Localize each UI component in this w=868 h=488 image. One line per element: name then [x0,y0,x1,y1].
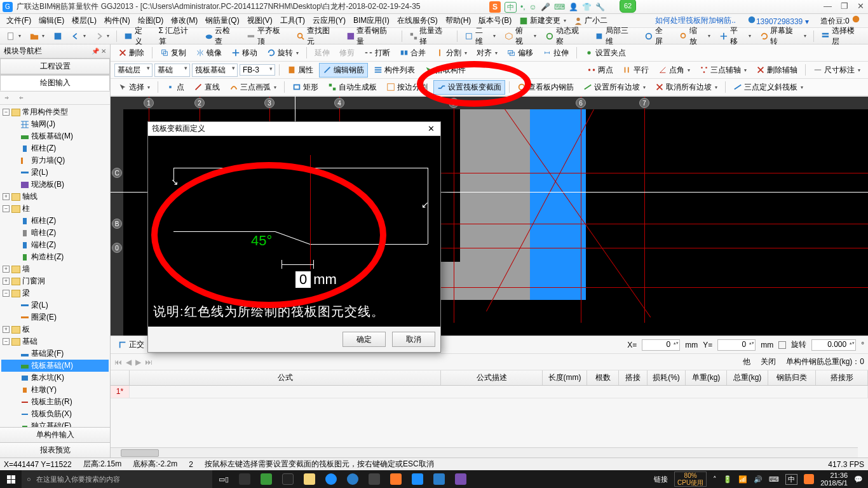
other-label[interactable]: 他 [743,356,750,367]
aux3pt-button[interactable]: 三点辅轴▾ [696,63,750,78]
select-button[interactable]: 选择▾ [114,80,154,95]
ime-user-icon[interactable]: 👤 [569,3,578,11]
notification-icon[interactable]: 💬 [854,475,863,484]
setalledge-button[interactable]: 设置所有边坡▾ [580,80,649,95]
mm-input[interactable]: 0 mm [295,271,337,288]
tab-report[interactable]: 报表预览 [0,442,110,458]
last-icon[interactable]: ⏭ [145,358,153,367]
menu-edit[interactable]: 编辑(E) [35,14,68,27]
ie-icon[interactable] [347,473,358,485]
break-button[interactable]: 打断 [360,46,394,60]
tree-common[interactable]: 常用构件类型 [22,107,68,118]
search-box[interactable]: ○ 在这里输入你要搜索的内容 [22,470,212,488]
tree-col[interactable]: 框柱(Z) [31,143,56,154]
ime-wrench-icon[interactable]: 🔧 [595,3,605,11]
setsection-button[interactable]: 设置筏板变截面 [433,80,505,95]
open-file-icon[interactable]: ▾ [26,30,48,43]
rotate-input[interactable]: 0.000 [811,339,856,351]
parallel-button[interactable]: 平行 [619,63,653,78]
ime-lang[interactable]: 中 [505,2,517,13]
save-icon[interactable] [50,30,66,43]
sogou-tray-icon[interactable] [804,474,814,484]
cancel-button[interactable]: 取消 [392,332,435,347]
tree-slab[interactable]: 现浇板(B) [31,179,64,190]
tab-single-input[interactable]: 单构件输入 [0,427,110,442]
tb-app3-icon[interactable] [282,473,294,485]
setgrip-button[interactable]: 设置夹点 [581,46,630,60]
close-label[interactable]: 关闭 [761,356,776,367]
tab-project-settings[interactable]: 工程设置 [0,58,110,74]
move-button[interactable]: 移动 [227,46,261,60]
rotate-btn[interactable]: 旋转▾ [263,46,302,60]
rebar-table-row[interactable]: 1* [111,386,868,398]
tb-app7-icon[interactable] [433,473,445,485]
stretch-button[interactable]: 拉伸 [539,46,573,60]
edge-icon[interactable] [325,473,337,485]
arc3-button[interactable]: 三点画弧▾ [226,80,280,95]
tb-app1-icon[interactable] [239,473,250,485]
editrebar-button[interactable]: 编辑钢筋 [319,63,368,78]
tb-app5-icon[interactable] [390,473,402,485]
menu-file[interactable]: 文件(F) [3,14,35,27]
rotate-checkbox[interactable] [778,341,786,349]
collapse-icon[interactable] [15,93,24,102]
copy-button[interactable]: 复制 [156,46,190,60]
tree-beam[interactable]: 梁(L) [31,167,48,178]
notification-badge[interactable]: 62 [620,0,636,13]
component-tree[interactable]: −常用构件类型 轴网(J) 筏板基础(M) 框柱(Z) 剪力墙(Q) 梁(L) … [0,105,110,442]
layer-dropdown[interactable]: 基础层 [114,64,153,77]
volume-icon[interactable]: 🔊 [754,475,763,484]
nav-buttons[interactable]: ⏮ ◀ ▶ ⏭ [114,358,153,367]
ortho-toggle[interactable]: 正交 [114,337,148,352]
cancelalledge-button[interactable]: 取消所有边坡▾ [651,80,721,95]
next-icon[interactable]: ▶ [135,358,141,367]
ime-floating-bar[interactable]: S 中 •, ☺ 🎤 ⌨ 👤 👕 🔧 [489,1,605,13]
dialog-titlebar[interactable]: 筏板变截面定义 ✕ [148,122,440,136]
autogen-button[interactable]: 自动生成板 [324,80,381,95]
battery-icon[interactable]: 🔋 [723,475,732,484]
y-input[interactable]: 0 [717,339,756,351]
merge-button[interactable]: 合并 [396,46,430,60]
keyboard-icon[interactable]: ⌨ [769,475,779,484]
mm-value[interactable]: 0 [295,271,311,288]
undo-icon[interactable]: ▾ [67,30,90,43]
rect-button[interactable]: 矩形 [288,80,322,95]
tb-app6-icon[interactable] [412,473,423,485]
x-input[interactable]: 0 [642,339,680,351]
ime-shirt-icon[interactable]: 👕 [582,3,592,11]
name-dropdown[interactable]: FB-3 [240,64,275,76]
maximize-button[interactable]: ❐ [841,1,848,11]
ptangle-button[interactable]: 点角▾ [654,63,694,78]
obl3pt-button[interactable]: 三点定义斜筏板▾ [729,80,807,95]
link-label[interactable]: 链接 [654,475,668,484]
twopt-button[interactable]: 两点 [583,63,617,78]
menu-floor[interactable]: 楼层(L) [68,14,100,27]
viewinner-button[interactable]: 查看板内钢筋 [513,80,578,95]
tb-app4-icon[interactable] [369,473,380,485]
pin-icon[interactable]: 📌 ✕ [92,48,106,55]
delaux-button[interactable]: 删除辅轴 [752,63,801,78]
tab-draw-input[interactable]: 绘图输入 [0,75,110,91]
first-icon[interactable]: ⏮ [114,358,122,367]
list-button[interactable]: 构件列表 [370,63,419,78]
folder-icon[interactable] [304,473,315,485]
ime-kbd-icon[interactable]: ⌨ [554,3,565,11]
hscrollbar[interactable] [111,447,858,458]
tree-raft[interactable]: 筏板基础(M) [31,131,73,142]
tray-up-icon[interactable]: ˄ [713,475,717,484]
split-button[interactable]: 分割▾ [431,46,471,60]
ime-smile-icon[interactable]: ☺ [529,3,537,11]
align-button[interactable]: 对齐▾ [473,46,501,60]
point-button[interactable]: 点 [162,80,188,95]
dialog-close-button[interactable]: ✕ [425,124,437,133]
tb-app8-icon[interactable] [455,473,466,485]
taskview-icon[interactable]: ▭▯ [219,475,229,484]
dim-button[interactable]: 尺寸标注▾ [810,63,864,78]
tree-axis[interactable]: 轴网(J) [31,119,55,130]
tree-column-cat[interactable]: 柱 [22,203,30,214]
tree-axisline[interactable]: 轴线 [22,191,37,202]
cpu-meter[interactable]: 80%CPU使用 [674,471,707,487]
expand-icon[interactable] [4,93,13,102]
prev-icon[interactable]: ◀ [126,358,132,367]
tree-wall[interactable]: 剪力墙(Q) [31,155,65,166]
